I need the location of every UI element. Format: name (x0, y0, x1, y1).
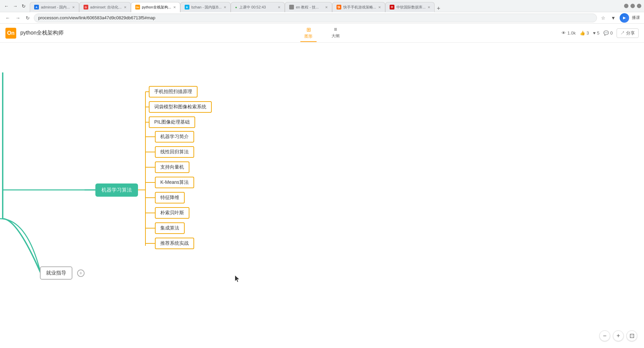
share-button[interactable]: ↗ 分享 (617, 28, 639, 38)
app-title: python全栈架构师 (20, 29, 64, 37)
reload-nav-button[interactable]: ↻ (24, 14, 31, 22)
tab-favicon: 中 (390, 5, 394, 9)
tab-en[interactable]: en 教程 - 技... ✕ (285, 2, 332, 12)
share-icon: ↗ (620, 30, 625, 36)
tab-close-icon[interactable]: ✕ (124, 5, 127, 9)
zoom-fit-button[interactable]: ⊡ (626, 330, 637, 341)
browser-right-actions: ▶ 播课 (620, 13, 640, 23)
address-bar-row: ← → ↻ ☆ ▼ ▶ 播课 (0, 12, 644, 24)
zoom-in-button[interactable]: + (613, 330, 624, 341)
career-node-content: 就业指导 + (40, 266, 85, 280)
node-box: 线性回归算法 (155, 146, 194, 158)
tab-close-icon[interactable]: ✕ (325, 5, 328, 9)
tab-bar: A adminset - 国内... ✕ G adminset: 自动化... … (30, 0, 621, 12)
forward-nav-button[interactable]: → (14, 14, 22, 22)
zoom-out-button[interactable]: − (599, 330, 610, 341)
back-nav-button[interactable]: ← (4, 14, 12, 22)
tab-close-icon[interactable]: ✕ (278, 5, 280, 9)
center-node[interactable]: 机器学习算法 (95, 183, 138, 197)
tab-outline[interactable]: ≡ 大纲 (327, 24, 344, 42)
node-naive-bayes[interactable]: 朴索贝叶斯 (155, 207, 189, 219)
node-box: 机器学习简介 (155, 131, 194, 143)
tab-title: 上课中 00:52:43 (239, 5, 276, 10)
tab-python[interactable]: On python全栈架构... ✕ (131, 2, 180, 12)
node-svm[interactable]: 支持向量机 (155, 161, 189, 173)
node-recommend[interactable]: 推荐系统实战 (155, 238, 194, 249)
tab-live[interactable]: ● 上课中 00:52:43 ✕ (231, 2, 285, 12)
views-stat: 👁 1.0k (561, 30, 576, 36)
node-label: 手机拍照扫描原理 (154, 89, 192, 94)
tab-favicon: 快 (337, 5, 341, 9)
app-logo: On (5, 28, 16, 39)
bookmark-button[interactable]: ☆ (600, 14, 607, 22)
node-label: 集成算法 (160, 225, 179, 231)
node-box: 特征降维 (155, 192, 185, 203)
comment-icon: 💬 (603, 30, 609, 36)
canvas-area[interactable]: 机器学习算法 手机拍照扫描原理 词袋模型和图像检索系统 PIL图像处理基础 机器… (0, 43, 644, 348)
tab-close-icon[interactable]: ✕ (428, 5, 430, 9)
tab-title: bzhan - 国内版B... (191, 5, 222, 10)
node-box: 集成算法 (155, 222, 185, 234)
node-ml-intro[interactable]: 机器学习简介 (155, 131, 194, 143)
likes-count: 3 (586, 30, 589, 36)
maximize-button[interactable] (630, 4, 635, 8)
add-node-button[interactable]: + (77, 269, 85, 277)
tab-title: 中软国际数据库... (396, 5, 426, 10)
extensions-button[interactable]: ▼ (610, 14, 617, 22)
node-box: 手机拍照扫描原理 (149, 86, 198, 97)
comments-stat[interactable]: 💬 0 (603, 30, 613, 36)
thumb-icon: 👍 (580, 30, 585, 36)
node-mobile-scan[interactable]: 手机拍照扫描原理 (149, 86, 198, 97)
browser-controls[interactable]: ← → ↻ (3, 2, 27, 10)
node-label: 词袋模型和图像检索系统 (154, 104, 206, 109)
node-kmeans[interactable]: K-Means算法 (155, 177, 194, 188)
tab-adminset2[interactable]: G adminset: 自动化... ✕ (79, 2, 131, 12)
tab-graph[interactable]: ⊞ 图形 (300, 24, 317, 42)
tab-favicon: B (185, 5, 189, 9)
node-ensemble[interactable]: 集成算法 (155, 222, 185, 234)
share-label: 分享 (626, 30, 635, 36)
processon-logo: ▶ (620, 13, 629, 23)
node-label: 支持向量机 (160, 164, 184, 170)
tab-close-icon[interactable]: ✕ (224, 5, 226, 9)
career-node-label: 就业指导 (46, 270, 66, 276)
tab-kuaishou[interactable]: 快 快手手机游戏策略... ✕ (332, 2, 385, 12)
node-box: K-Means算法 (155, 177, 194, 188)
center-node-box: 机器学习算法 (95, 183, 138, 197)
tab-adminset1[interactable]: A adminset - 国内... ✕ (30, 2, 79, 12)
live-indicator-icon: ● (235, 5, 237, 9)
tab-close-icon[interactable]: ✕ (173, 5, 176, 9)
close-window-button[interactable] (637, 4, 641, 8)
tab-title: python全栈架构... (142, 5, 171, 10)
likes-stat[interactable]: 👍 3 (580, 30, 589, 36)
node-box: 朴索贝叶斯 (155, 207, 189, 219)
favorites-count: 5 (597, 30, 599, 36)
node-label: 机器学习简介 (160, 134, 189, 139)
window-controls[interactable] (624, 4, 641, 8)
minimize-button[interactable] (624, 4, 628, 8)
browser-chrome: ← → ↻ A adminset - 国内... ✕ G adminset: 自… (0, 0, 644, 12)
forward-button[interactable]: → (12, 2, 19, 10)
node-pil[interactable]: PIL图像处理基础 (149, 116, 195, 128)
node-box: 支持向量机 (155, 161, 189, 173)
tab-close-icon[interactable]: ✕ (378, 5, 381, 9)
tab-outline-label: 大纲 (331, 33, 340, 39)
node-pca[interactable]: 特征降维 (155, 192, 185, 203)
career-node-box: 就业指导 (40, 266, 72, 280)
logo-text: On (7, 30, 15, 36)
tab-zhongsoft[interactable]: 中 中软国际数据库... ✕ (385, 2, 435, 12)
node-label: 线性回归算法 (160, 149, 189, 154)
new-tab-button[interactable]: + (435, 5, 442, 12)
tab-close-icon[interactable]: ✕ (72, 5, 75, 9)
node-linear-regression[interactable]: 线性回归算法 (155, 146, 194, 158)
back-button[interactable]: ← (3, 2, 10, 10)
brand-text: 播课 (632, 15, 640, 21)
outline-icon: ≡ (334, 26, 337, 32)
node-career[interactable]: 就业指导 + (40, 266, 85, 280)
node-bag-of-words[interactable]: 词袋模型和图像检索系统 (149, 101, 212, 113)
app-header: On python全栈架构师 ⊞ 图形 ≡ 大纲 👁 1.0k 👍 3 ♥ 5 … (0, 24, 644, 43)
address-input[interactable] (34, 14, 597, 22)
tab-bzhan[interactable]: B bzhan - 国内版B... ✕ (180, 2, 231, 12)
favorites-stat[interactable]: ♥ 5 (593, 30, 599, 36)
reload-button[interactable]: ↻ (20, 2, 27, 10)
